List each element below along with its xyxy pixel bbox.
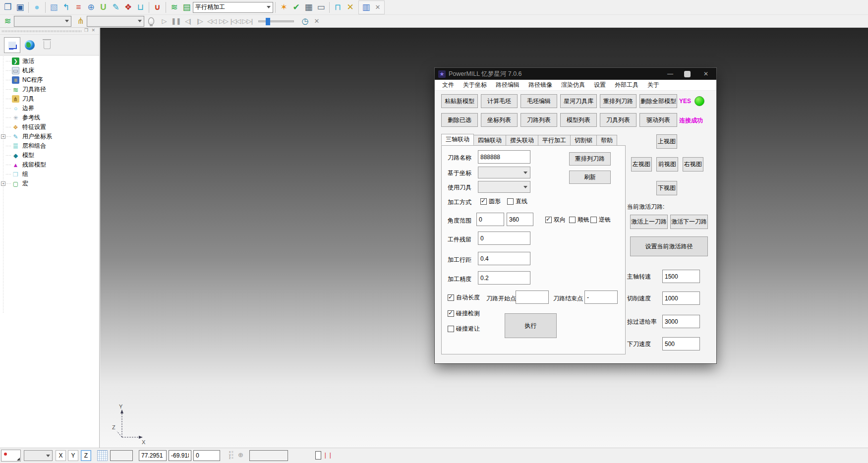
featureset-icon[interactable]: ❖: [122, 1, 134, 13]
angle-from-field[interactable]: [476, 213, 504, 226]
toolbar-close-icon[interactable]: ✕: [372, 1, 383, 13]
base-coord-combo[interactable]: [478, 167, 530, 178]
tab-help[interactable]: 帮助: [596, 135, 617, 145]
block-icon[interactable]: ▧: [48, 1, 60, 13]
plunge-speed-field[interactable]: [662, 337, 700, 350]
use-tool-combo[interactable]: [478, 181, 530, 193]
coordinate-x-field[interactable]: [139, 450, 167, 461]
reorder-button[interactable]: 重排列刀路: [569, 152, 611, 166]
minimize-button[interactable]: —: [662, 68, 679, 80]
tree-item-stock-models[interactable]: ▲残留模型: [0, 160, 99, 170]
open-file-icon[interactable]: ❐: [1, 1, 14, 13]
skip-start-button[interactable]: |◁◁: [230, 16, 241, 27]
view-left-button[interactable]: 左视图: [631, 157, 652, 172]
circle-checkbox[interactable]: [480, 198, 487, 205]
spindle-speed-field[interactable]: [662, 270, 700, 283]
tab-parallel[interactable]: 平行加工: [538, 135, 571, 145]
step-forward-button[interactable]: |▷: [194, 16, 206, 27]
pattern-pencil-icon[interactable]: ✎: [110, 1, 122, 13]
skip-end-button[interactable]: ▷▷|: [241, 16, 253, 27]
stepover-field[interactable]: [478, 252, 530, 265]
tool-ball-icon[interactable]: ⊕: [85, 1, 97, 13]
conventional-checkbox[interactable]: [590, 217, 597, 223]
tab-tilt-head[interactable]: 摆头联动: [506, 135, 538, 145]
auto-length-checkbox[interactable]: [448, 294, 454, 301]
tab-web[interactable]: [21, 37, 38, 53]
angle-to-field[interactable]: [507, 213, 533, 226]
coordinate-z-field[interactable]: [193, 450, 220, 461]
save-icon[interactable]: ▣: [14, 1, 26, 13]
auto-length-option[interactable]: 自动长度: [448, 293, 480, 302]
collision-avoid-option[interactable]: 碰撞避让: [448, 325, 480, 333]
delete-all-models-button[interactable]: 删除全部模型: [639, 94, 677, 108]
maximize-button[interactable]: [679, 68, 695, 80]
axis-x-button[interactable]: X: [56, 450, 66, 461]
model-list-button[interactable]: 模型列表: [560, 113, 597, 127]
menu-external-tools[interactable]: 外部工具: [610, 80, 643, 91]
climb-checkbox[interactable]: [569, 217, 576, 223]
print-sphere-icon[interactable]: ●: [31, 1, 43, 13]
menu-path-mirror[interactable]: 路径镜像: [524, 80, 557, 91]
tree-item-activate[interactable]: ❯激活: [0, 57, 99, 66]
axis-z-button[interactable]: Z: [81, 450, 91, 461]
tool-block-icon[interactable]: ⊔: [134, 1, 147, 13]
toolpath-spring-icon[interactable]: ≋: [168, 1, 180, 13]
explorer-grip[interactable]: ❐ ✕: [0, 28, 99, 35]
stock-remain-field[interactable]: [478, 232, 530, 245]
menu-about[interactable]: 关于: [643, 80, 664, 91]
statusbar-combo[interactable]: [24, 450, 53, 461]
simulation-speed-slider[interactable]: [258, 20, 294, 22]
coord-list-button[interactable]: 坐标列表: [481, 113, 518, 127]
play-button[interactable]: ▷: [158, 16, 170, 27]
tolerance-field[interactable]: [249, 450, 288, 461]
start-point-field[interactable]: [516, 290, 549, 304]
tree-item-groups[interactable]: ❒组: [0, 170, 99, 179]
ruler-icon[interactable]: ▭: [315, 1, 327, 13]
refresh-button[interactable]: 刷新: [569, 171, 611, 184]
collision-check-option[interactable]: 碰撞检测: [448, 309, 480, 318]
calculator-icon[interactable]: ▦: [302, 1, 315, 13]
dialog-titlebar[interactable]: ★ PowerMILL 忆梦星河 7.0.6 — ✕: [435, 68, 716, 80]
grid-size-field[interactable]: [110, 450, 133, 461]
verify-check-icon[interactable]: ✔: [290, 1, 302, 13]
skim-feed-field[interactable]: [662, 315, 700, 328]
close-button[interactable]: ✕: [697, 68, 714, 80]
toolpath-list-button[interactable]: 刀路列表: [521, 113, 557, 127]
slider-thumb[interactable]: [266, 18, 270, 25]
machining-strategy-combo[interactable]: 平行精加工: [193, 2, 273, 13]
line-option[interactable]: 直线: [507, 197, 527, 206]
shade-bulb-icon[interactable]: [148, 17, 154, 25]
drive-list-button[interactable]: 驱动列表: [639, 113, 677, 127]
pause-button[interactable]: ❚❚: [170, 16, 182, 27]
view-front-button[interactable]: 前视图: [656, 157, 678, 172]
delete-selected-button[interactable]: 删除已选: [441, 113, 478, 127]
bidirectional-option[interactable]: 双向: [545, 216, 566, 224]
activate-prev-button[interactable]: 激活上一刀路: [630, 215, 668, 229]
tree-item-workplanes[interactable]: +✎用户坐标系: [0, 132, 99, 141]
coordinate-y-field[interactable]: [169, 450, 191, 461]
conventional-option[interactable]: 逆铣: [590, 216, 611, 224]
tolerance-field[interactable]: [478, 271, 530, 285]
nc-program-icon[interactable]: ≡: [72, 1, 85, 13]
collision-avoid-checkbox[interactable]: [448, 326, 454, 332]
set-active-path-button[interactable]: 设置当前激活路径: [630, 236, 708, 256]
tab-explorer-tree[interactable]: [4, 37, 20, 53]
tree-item-macros[interactable]: +▢宏: [0, 179, 99, 188]
reorder-toolpaths-button[interactable]: 重排列刀路: [600, 94, 637, 108]
climb-option[interactable]: 顺铣: [569, 216, 589, 224]
tree-item-boundaries[interactable]: ○边界: [0, 104, 99, 113]
menu-path-edit[interactable]: 路径编辑: [491, 80, 524, 91]
tree-item-patterns[interactable]: ✳参考线: [0, 113, 99, 122]
collision-check-checkbox[interactable]: [448, 310, 454, 317]
tab-recycle-bin[interactable]: [39, 37, 55, 53]
dock-window-icon[interactable]: ❐: [84, 28, 88, 33]
calc-stock-button[interactable]: 计算毛坯: [481, 94, 518, 108]
expand-icon[interactable]: +: [1, 181, 5, 186]
tree-item-machine[interactable]: ▭机床: [0, 66, 99, 75]
viewport-nav-box[interactable]: [1, 450, 21, 462]
expand-icon[interactable]: +: [1, 134, 5, 139]
axis-y-button[interactable]: Y: [68, 450, 78, 461]
panel-close-icon[interactable]: ✕: [91, 28, 95, 33]
tree-item-toolpaths[interactable]: ≋刀具路径: [0, 85, 99, 94]
tree-item-nc-program[interactable]: ≡NC程序: [0, 75, 99, 85]
